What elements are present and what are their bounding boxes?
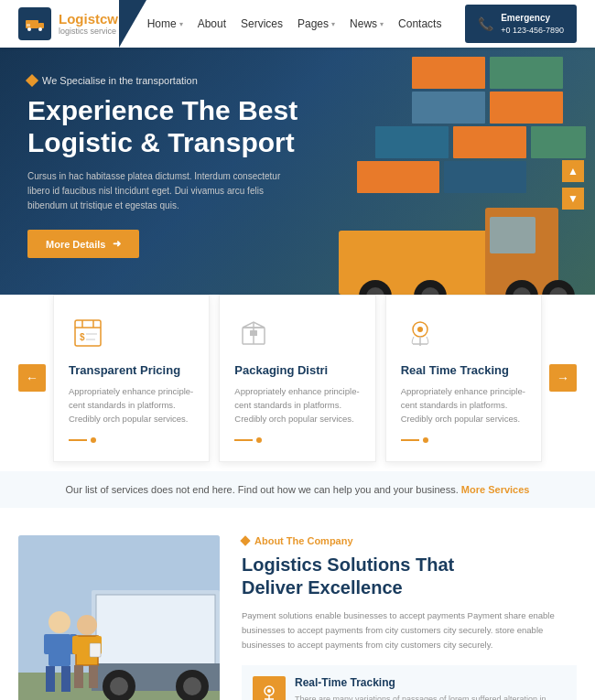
more-services-bar: Our list of services does not end here. … [0, 471, 595, 508]
svg-rect-60 [72, 636, 79, 654]
svg-point-48 [183, 677, 201, 695]
svg-rect-7 [412, 92, 485, 124]
services-wrapper: ← $ Transparent Pricing Appropriat [18, 295, 577, 462]
hero-content: We Specialise in the transportation Expe… [0, 48, 330, 285]
nav-contacts[interactable]: Contacts [398, 17, 441, 30]
svg-point-46 [110, 677, 128, 695]
svg-rect-8 [490, 92, 563, 124]
svg-rect-13 [444, 161, 526, 193]
feature-icon [253, 676, 286, 700]
services-section: ← $ Transparent Pricing Appropriat [0, 295, 595, 471]
about-content: About The Company Logistics Solutions Th… [220, 535, 577, 700]
svg-rect-16 [490, 217, 536, 253]
svg-rect-6 [490, 57, 563, 89]
phone-icon: 📞 [478, 16, 493, 31]
svg-point-2 [27, 27, 31, 31]
nav-news[interactable]: News ▾ [350, 17, 384, 30]
svg-rect-5 [412, 57, 485, 89]
nav-services[interactable]: Services [241, 17, 283, 30]
about-image [18, 535, 220, 700]
emergency-title: Emergency [501, 12, 564, 25]
about-badge-diamond [240, 535, 250, 545]
nav-emergency: 📞 Emergency +0 123-456-7890 [465, 5, 577, 44]
hero-navigation: ▲ ▼ [562, 160, 584, 210]
service-desc-pricing: Appropriately enhance principle-cent sta… [69, 384, 194, 426]
about-title: Logistics Solutions That Deliver Excelle… [242, 554, 577, 599]
service-desc-tracking: Appropriately enhance principle-cent sta… [401, 384, 526, 426]
pricing-icon: $ [69, 314, 107, 352]
services-prev-button[interactable]: ← [18, 364, 46, 392]
hero-badge-text: We Specialise in the transportation [42, 75, 198, 86]
hero-next-button[interactable]: ▼ [562, 188, 584, 210]
hero-visual [320, 48, 595, 322]
hero-badge: We Specialise in the transportation [27, 75, 302, 86]
svg-rect-59 [89, 665, 98, 688]
service-title-tracking: Real Time Tracking [401, 363, 526, 377]
svg-rect-52 [61, 666, 70, 692]
hero-title: Experience The Best Logistic & Transport [27, 95, 302, 158]
logo-subtitle: logistics service [59, 27, 124, 36]
logo-icon [18, 7, 51, 40]
navbar: Logistcwr logistics service Home ▾ About… [0, 0, 595, 48]
feature-title: Real-Time Tracking [295, 676, 566, 689]
services-next-button[interactable]: → [549, 364, 577, 392]
svg-rect-9 [375, 126, 449, 158]
hero-cta-button[interactable]: More Details ➜ [27, 230, 139, 258]
logo-name: Logistcwr [59, 12, 124, 27]
svg-rect-10 [453, 126, 526, 158]
hero-description: Cursus in hac habitasse platea dictumst.… [27, 169, 284, 213]
nav-links: Home ▾ About Services Pages ▾ News ▾ Con… [147, 17, 442, 30]
svg-rect-62 [90, 643, 101, 657]
service-card-packaging: Packaging Distri Appropriately enhance p… [219, 295, 375, 462]
packaging-icon [234, 314, 273, 352]
service-link-packaging [234, 437, 360, 443]
service-title-pricing: Transparent Pricing [69, 363, 194, 377]
svg-rect-4 [27, 24, 30, 27]
svg-rect-50 [49, 634, 70, 666]
more-services-link[interactable]: More Services [461, 484, 530, 495]
feature-description: There are many variations of passages of… [295, 693, 566, 700]
service-title-packaging: Packaging Distri [234, 363, 360, 377]
svg-point-49 [49, 611, 70, 633]
svg-rect-58 [74, 665, 83, 688]
svg-rect-1 [38, 23, 44, 28]
service-card-pricing: $ Transparent Pricing Appropriately enha… [53, 295, 210, 462]
service-card-tracking: Real Time Tracking Appropriately enhance… [385, 295, 542, 462]
service-link-tracking [401, 437, 526, 443]
svg-point-64 [267, 689, 271, 693]
svg-rect-36 [250, 330, 257, 336]
svg-point-3 [38, 27, 42, 31]
services-cards: $ Transparent Pricing Appropriately enha… [46, 295, 549, 462]
svg-point-38 [417, 327, 423, 332]
svg-rect-51 [46, 666, 55, 692]
arrow-icon: ➜ [113, 238, 121, 250]
hero-section: We Specialise in the transportation Expe… [0, 48, 595, 322]
about-feature-content: Real-Time Tracking There are many variat… [295, 676, 566, 700]
about-section: About The Company Logistics Solutions Th… [0, 508, 595, 700]
logo[interactable]: Logistcwr logistics service [18, 7, 124, 40]
hero-cta-label: More Details [46, 239, 105, 250]
nav-home[interactable]: Home ▾ [147, 17, 183, 30]
more-services-text: Our list of services does not end here. … [66, 484, 459, 495]
about-badge-text: About The Company [254, 535, 353, 546]
about-badge: About The Company [242, 535, 577, 546]
svg-text:$: $ [80, 332, 85, 342]
svg-rect-12 [357, 161, 439, 193]
hero-prev-button[interactable]: ▲ [562, 160, 584, 182]
service-link-pricing [69, 437, 194, 443]
nav-pages[interactable]: Pages ▾ [298, 17, 335, 30]
svg-point-55 [77, 615, 97, 635]
nav-about[interactable]: About [198, 17, 226, 30]
emergency-number: +0 123-456-7890 [501, 25, 564, 37]
about-feature: Real-Time Tracking There are many variat… [242, 665, 577, 700]
about-description: Payment solutions enable businesses to a… [242, 608, 577, 652]
badge-diamond [26, 74, 38, 87]
svg-rect-53 [44, 634, 51, 654]
logo-text: Logistcwr logistics service [59, 12, 124, 37]
svg-rect-11 [531, 126, 586, 158]
tracking-icon [401, 314, 439, 352]
service-desc-packaging: Appropriately enhance principle-cent sta… [234, 384, 360, 426]
